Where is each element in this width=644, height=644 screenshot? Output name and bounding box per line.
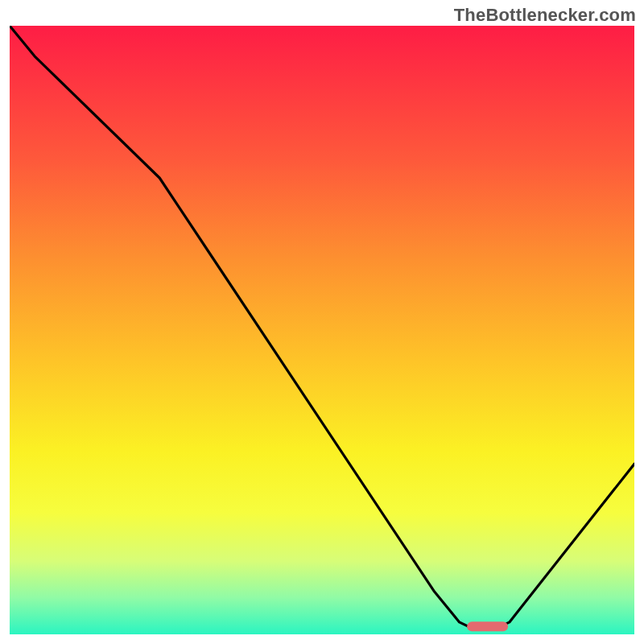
plot-area (10, 26, 634, 634)
gradient-background (10, 26, 634, 634)
chart-container: TheBottlenecker.com (0, 0, 644, 644)
watermark-text: TheBottlenecker.com (454, 5, 636, 26)
chart-svg (10, 26, 634, 634)
